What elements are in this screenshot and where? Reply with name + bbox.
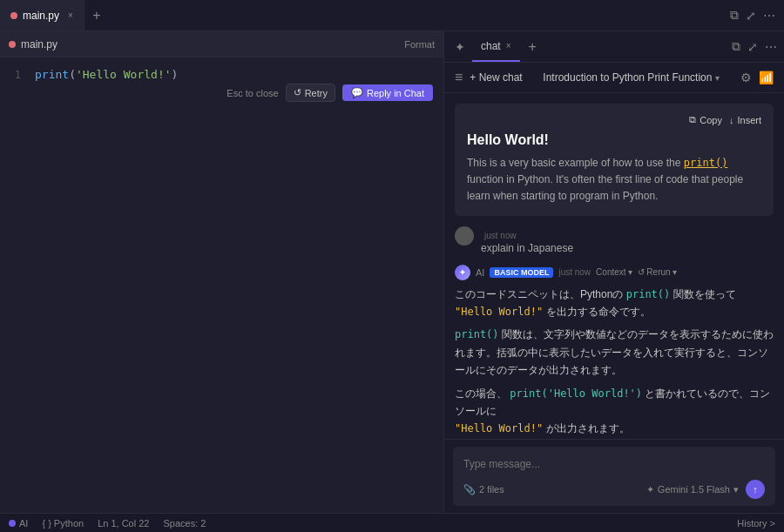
copy-icon: ⧉	[689, 114, 696, 125]
star-icon: ✦	[646, 484, 654, 495]
editor-toolbar: main.py Format	[0, 31, 443, 57]
history-link[interactable]: History >	[737, 518, 775, 529]
cursor-position: Ln 1, Col 22	[98, 518, 149, 529]
line-number: 1	[0, 68, 35, 81]
gemini-text: Gemini 1.5 Flash	[658, 484, 730, 495]
language-indicator[interactable]: { } Python	[42, 518, 84, 529]
user-message: just now explain in Japanese	[455, 226, 774, 254]
chat-tab-close-icon[interactable]: ×	[506, 41, 511, 51]
editor-filename: main.py	[9, 38, 57, 51]
inline-actions-bar: Esc to close ↺ Retry 💬 Reply in Chat	[226, 84, 433, 102]
format-button[interactable]: Format	[404, 39, 435, 50]
retry-icon: ↺	[294, 87, 301, 98]
retry-label: Retry	[305, 88, 328, 98]
chat-body[interactable]: ⧉ Copy ↓ Insert Hello World! This is a v…	[444, 93, 784, 439]
user-message-text: explain in Japanese	[481, 242, 573, 254]
maximize-icon[interactable]: ⤢	[746, 9, 756, 23]
ai-response-header: ✦ AI BASIC MODEL just now Context ▾ ↺ Re…	[455, 265, 774, 280]
more-options-icon[interactable]: ⋯	[763, 9, 775, 23]
code-paren-close: )	[172, 68, 179, 81]
ai-label: AI	[476, 267, 484, 278]
add-tab-button[interactable]: +	[84, 8, 109, 24]
chat-input-footer: 📎 2 files ✦ Gemini 1.5 Flash ▾ ↑	[463, 480, 765, 499]
insert-label: Insert	[737, 115, 761, 125]
ai-paragraph-2: print() 関数は、文字列や数値などのデータを表示するために使われます。括弧…	[455, 326, 774, 379]
settings-icon[interactable]: ⚙	[740, 71, 752, 84]
ai-status-label: AI	[19, 518, 28, 529]
reply-label: Reply in Chat	[367, 88, 424, 98]
copy-button[interactable]: ⧉ Copy	[689, 114, 722, 125]
file-icon: 📎	[463, 484, 476, 495]
chat-header-left: ≡ + New chat	[455, 70, 523, 85]
code-string: 'Hello World!'	[76, 68, 172, 81]
chat-menu-icon[interactable]: ≡	[455, 70, 463, 85]
filename-dot	[9, 41, 16, 48]
print-inline-code: print()	[684, 157, 728, 169]
hello-code-2: "Hello World!"	[455, 422, 543, 434]
chat-tab-bar: ✦ chat × + ⧉ ⤢ ⋯	[444, 31, 784, 63]
ai-avatar: ✦	[455, 265, 470, 280]
chat-tab-label: chat	[481, 40, 501, 52]
new-chat-button[interactable]: + New chat	[470, 71, 522, 84]
left-tab-actions: ⧉ ⤢ ⋯	[721, 8, 784, 23]
main-content: main.py Format Esc to close ↺ Retry 💬 Re…	[0, 31, 784, 513]
chat-title-arrow[interactable]: ▾	[715, 73, 720, 83]
filename-label: main.py	[21, 38, 57, 51]
chat-header-actions: ⚙ 📶	[740, 71, 774, 84]
chat-input-field[interactable]	[463, 454, 765, 475]
retry-button[interactable]: ↺ Retry	[286, 84, 335, 102]
code-paren-open: (	[69, 68, 76, 81]
files-label: 2 files	[479, 484, 504, 495]
chat-tab[interactable]: chat ×	[472, 31, 520, 62]
ai-paragraph-1: このコードスニペットは、Pythonの print() 関数を使って "Hell…	[455, 286, 774, 321]
chat-maximize-icon[interactable]: ⤢	[747, 40, 758, 54]
ai-p3-cont2: が出力されます。	[546, 422, 630, 434]
rerun-label: Rerun	[646, 267, 670, 277]
code-area[interactable]: 1 print('Hello World!')	[0, 57, 443, 513]
context-button[interactable]: Context ▾	[596, 267, 632, 277]
main-py-tab[interactable]: main.py ×	[0, 0, 84, 30]
chat-more-icon[interactable]: ⋯	[765, 40, 777, 54]
chat-header: ≡ + New chat Introduction to Python Prin…	[444, 63, 784, 93]
ai-p1-cont2: を出力する命令です。	[546, 306, 651, 318]
chat-title-text: Introduction to Python Print Function	[543, 71, 712, 84]
context-label: Context	[596, 267, 625, 277]
tab-close-icon[interactable]: ×	[68, 10, 73, 20]
chat-input-box: 📎 2 files ✦ Gemini 1.5 Flash ▾ ↑	[453, 447, 775, 506]
rerun-icon: ↺	[638, 267, 645, 277]
chat-pane: ✦ chat × + ⧉ ⤢ ⋯ ≡ + New chat Introducti…	[444, 31, 784, 513]
split-editor-icon[interactable]: ⧉	[730, 8, 739, 23]
left-tab-bar: main.py × + ⧉ ⤢ ⋯	[0, 0, 784, 31]
ai-p2-text: 関数は、文字列や数値などのデータを表示するために使われます。括弧の中に表示したい…	[455, 328, 774, 376]
insert-button[interactable]: ↓ Insert	[729, 115, 761, 125]
code-function: print	[35, 68, 69, 81]
chat-input-area: 📎 2 files ✦ Gemini 1.5 Flash ▾ ↑	[444, 439, 784, 513]
rerun-button[interactable]: ↺ Rerun ▾	[638, 267, 676, 277]
ai-icon-tab: ✦	[451, 37, 469, 57]
chevron-down-icon: ▾	[733, 484, 739, 495]
input-actions: ✦ Gemini 1.5 Flash ▾ ↑	[646, 480, 765, 499]
left-tab-group: main.py × +	[0, 0, 721, 30]
spaces-indicator: Spaces: 2	[163, 518, 206, 529]
user-avatar	[455, 226, 474, 246]
code-content: print('Hello World!')	[35, 68, 178, 81]
reply-in-chat-button[interactable]: 💬 Reply in Chat	[342, 84, 433, 101]
files-indicator: 📎 2 files	[463, 484, 504, 495]
gemini-model-label[interactable]: ✦ Gemini 1.5 Flash ▾	[646, 484, 739, 495]
print-code-1: print()	[626, 288, 671, 300]
chat-split-icon[interactable]: ⧉	[732, 39, 740, 54]
status-ai: AI	[9, 518, 28, 529]
add-chat-tab-button[interactable]: +	[524, 39, 542, 55]
ai-response: ✦ AI BASIC MODEL just now Context ▾ ↺ Re…	[455, 265, 774, 439]
ai-response-time: just now	[558, 267, 591, 277]
main-py-tab-label: main.py	[23, 10, 59, 22]
desc-cont: function in Python. It's often the first…	[467, 173, 743, 202]
copy-label: Copy	[700, 115, 722, 125]
hello-code-1: "Hello World!"	[455, 306, 543, 318]
send-button[interactable]: ↑	[746, 480, 765, 499]
insert-icon: ↓	[729, 115, 734, 125]
code-line-1: 1 print('Hello World!')	[0, 68, 443, 81]
print-code-2: print()	[455, 328, 499, 340]
ai-p3-pre: この場合、	[455, 387, 507, 400]
code-result-header: ⧉ Copy ↓ Insert	[467, 114, 761, 125]
